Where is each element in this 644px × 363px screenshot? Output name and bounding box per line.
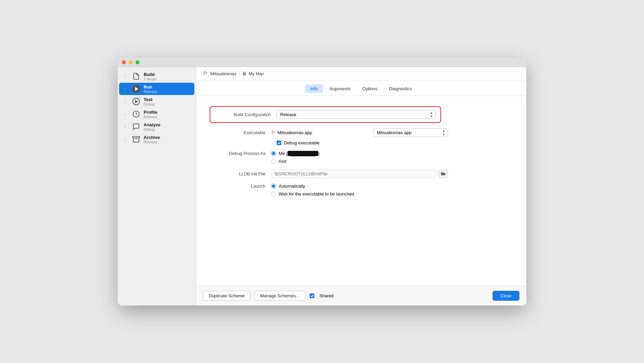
username-redacted: ████████ — [288, 151, 318, 156]
lldb-init-control — [271, 169, 448, 178]
launch-radio-group: Automatically Wait for the executable to… — [271, 184, 448, 196]
project-icon: 🏳 — [203, 70, 208, 77]
executable-select-wrapper: Mitsudesmas.app ▲ ▼ — [373, 128, 448, 137]
form-area: Build Configuration Debug Release ▲ ▼ — [196, 96, 526, 286]
minimize-traffic-light[interactable] — [129, 60, 133, 64]
profile-item-text: Profile Release — [144, 110, 157, 119]
svg-rect-1 — [133, 137, 140, 138]
chevron-icon: › — [125, 100, 129, 104]
debug-process-root-label: root — [279, 159, 286, 164]
sidebar-item-analyze[interactable]: › Analyze Debug — [119, 121, 194, 133]
breadcrumb-device: My Mac — [249, 71, 264, 76]
executable-app-icon: 🏳 — [271, 130, 276, 136]
archive-icon — [131, 135, 141, 144]
sidebar-item-profile[interactable]: › Profile Release — [119, 108, 194, 120]
lldb-folder-button[interactable] — [438, 169, 448, 178]
checkmark-icon — [277, 141, 281, 145]
launch-row: Launch Automatically Wait for the execut… — [210, 184, 513, 196]
tabs-bar: Info Arguments Options Diagnostics — [196, 80, 526, 96]
run-label: Run — [144, 84, 157, 90]
run-scheme-icon — [131, 84, 141, 94]
launch-wait-row: Wait for the executable to be launched — [271, 191, 448, 196]
executable-select[interactable]: Mitsudesmas.app — [373, 128, 448, 137]
launch-auto-row: Automatically — [271, 184, 448, 189]
profile-label: Profile — [144, 110, 157, 115]
lldb-init-input[interactable] — [271, 170, 436, 178]
manage-schemes-button[interactable]: Manage Schemes... — [255, 291, 306, 301]
tab-info[interactable]: Info — [305, 84, 323, 93]
debug-process-me-label: Me (████████) — [279, 151, 320, 156]
lldb-init-row: LLDB Init File — [210, 169, 513, 178]
executable-row: Executable 🏳 Mitsudesmas.app Mitsudesmas… — [210, 128, 513, 137]
sidebar-item-archive[interactable]: › Archive Release — [119, 133, 194, 145]
shared-checkbox[interactable] — [309, 293, 315, 298]
debug-process-label: Debug Process As — [210, 151, 271, 156]
debug-process-me-radio[interactable] — [271, 151, 276, 156]
test-subtitle: Debug — [144, 102, 155, 106]
launch-label: Launch — [210, 184, 271, 189]
close-button[interactable]: Close — [493, 291, 519, 301]
run-item-text: Run Release — [144, 84, 157, 94]
analyze-icon — [131, 122, 141, 131]
xcode-scheme-editor-window: › Build 1 target › — [118, 58, 526, 305]
launch-wait-radio[interactable] — [271, 191, 276, 196]
analyze-label: Analyze — [144, 122, 160, 127]
shared-label: Shared — [319, 293, 334, 298]
main-panel: 🏳 Mitsudesmas › 🖥 My Mac Info Arguments … — [196, 67, 526, 305]
close-traffic-light[interactable] — [122, 60, 126, 64]
breadcrumb-separator: › — [239, 71, 240, 76]
build-config-select-wrapper: Debug Release ▲ ▼ — [276, 110, 436, 119]
build-config-select[interactable]: Debug Release — [276, 110, 436, 119]
shared-checkmark-icon — [310, 294, 314, 298]
tab-diagnostics[interactable]: Diagnostics — [384, 84, 417, 93]
build-config-highlight-box: Build Configuration Debug Release ▲ ▼ — [210, 106, 441, 123]
tab-options[interactable]: Options — [357, 84, 383, 93]
analyze-subtitle: Debug — [144, 127, 160, 131]
debug-process-as-row: Debug Process As Me (████████) root — [210, 151, 513, 164]
debug-executable-label: Debug executable — [284, 140, 320, 145]
build-subtitle: 1 target — [144, 77, 156, 81]
folder-icon — [440, 171, 446, 176]
build-icon — [131, 72, 141, 81]
build-config-label: Build Configuration — [215, 112, 276, 117]
archive-item-text: Archive Release — [144, 135, 160, 144]
test-icon — [131, 97, 141, 106]
maximize-traffic-light[interactable] — [135, 60, 140, 64]
launch-wait-label: Wait for the executable to be launched — [279, 191, 354, 196]
launch-auto-radio[interactable] — [271, 184, 276, 189]
debug-process-radio-group: Me (████████) root — [271, 151, 448, 164]
executable-value: Mitsudesmas.app — [277, 130, 373, 135]
chevron-icon: › — [125, 138, 129, 141]
analyze-item-text: Analyze Debug — [144, 122, 160, 131]
duplicate-scheme-button[interactable]: Duplicate Scheme — [203, 291, 251, 301]
sidebar-item-run[interactable]: › Run Release — [119, 83, 194, 95]
build-label: Build — [144, 72, 156, 77]
archive-label: Archive — [144, 135, 160, 140]
sidebar-item-test[interactable]: › Test Debug — [119, 95, 194, 108]
breadcrumb: 🏳 Mitsudesmas › 🖥 My Mac — [196, 67, 526, 80]
chevron-icon: › — [125, 87, 129, 91]
debug-executable-row: Debug executable — [276, 140, 513, 145]
build-config-section: Build Configuration Debug Release ▲ ▼ — [210, 106, 513, 123]
window-chrome — [118, 58, 526, 67]
sidebar: › Build 1 target › — [118, 67, 196, 305]
profile-icon — [131, 109, 141, 119]
executable-label: Executable — [210, 130, 271, 135]
chevron-icon: › — [125, 112, 129, 116]
device-icon: 🖥 — [242, 71, 247, 76]
tab-arguments[interactable]: Arguments — [324, 84, 356, 93]
footer: Duplicate Scheme Manage Schemes... Share… — [196, 286, 526, 305]
executable-control: 🏳 Mitsudesmas.app Mitsudesmas.app ▲ ▼ — [271, 128, 448, 137]
debug-process-root-radio[interactable] — [271, 159, 276, 164]
sidebar-item-build[interactable]: › Build 1 target — [119, 70, 194, 82]
window-content: › Build 1 target › — [118, 67, 526, 305]
test-label: Test — [144, 97, 155, 102]
chevron-icon: › — [125, 75, 129, 78]
test-item-text: Test Debug — [144, 97, 155, 106]
debug-executable-checkbox[interactable] — [276, 140, 281, 145]
debug-process-root-row: root — [271, 159, 448, 164]
chevron-icon: › — [125, 125, 129, 129]
run-subtitle: Release — [144, 90, 157, 94]
launch-auto-label: Automatically — [279, 184, 305, 189]
profile-subtitle: Release — [144, 115, 157, 119]
